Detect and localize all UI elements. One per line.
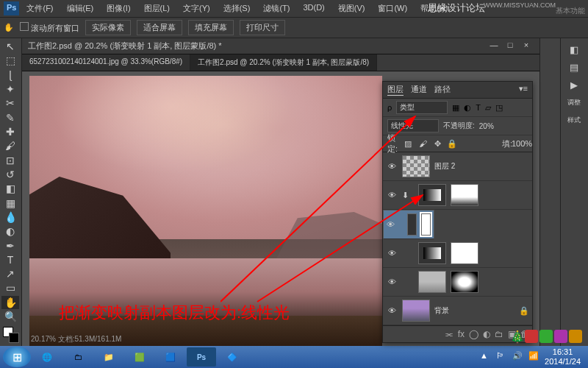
pen-tool-icon[interactable]: ✒ (1, 238, 19, 252)
fx-icon[interactable]: fx (458, 329, 465, 339)
print-size-button[interactable]: 打印尺寸 (240, 20, 285, 35)
visibility-icon[interactable]: 👁 (386, 162, 398, 171)
adjustment-icon[interactable]: ◐ (483, 329, 490, 339)
styles-panel-icon[interactable]: 样式 (562, 112, 586, 128)
doc-minimize-icon[interactable]: — (487, 40, 501, 52)
fill-screen-button[interactable]: 填充屏幕 (188, 20, 234, 35)
visibility-icon[interactable]: 👁 (386, 249, 398, 258)
tray-vol-icon[interactable]: 📶 (528, 351, 540, 363)
eyedropper-tool-icon[interactable]: ✎ (1, 111, 19, 124)
menu-text[interactable]: 文字(Y) (177, 1, 216, 15)
eraser-tool-icon[interactable]: ◧ (1, 182, 19, 195)
menu-layer[interactable]: 图层(L) (138, 1, 176, 15)
filter-adjust-icon[interactable]: ◐ (464, 103, 471, 113)
widget-1[interactable] (525, 330, 538, 343)
color-panel-icon[interactable]: ◧ (562, 41, 586, 57)
lock-transparency-icon[interactable]: ▨ (402, 138, 414, 149)
marquee-tool-icon[interactable]: ⬚ (1, 54, 19, 67)
type-tool-icon[interactable]: T (1, 253, 19, 266)
tray-chevron-icon[interactable]: ▲ (480, 351, 492, 363)
link-icon[interactable]: ⬇ (402, 191, 414, 200)
widget-4[interactable] (569, 330, 582, 343)
brush-tool-icon[interactable]: 🖌 (1, 139, 19, 152)
opacity-value[interactable]: 20% (479, 122, 494, 130)
menu-3d[interactable]: 3D(D) (297, 1, 330, 15)
taskbar-app2-icon[interactable]: 🔷 (218, 347, 247, 367)
zoom-tool-icon[interactable]: 🔍 (1, 310, 19, 323)
doc-maximize-icon[interactable]: □ (503, 40, 517, 52)
swatches-panel-icon[interactable]: ▤ (562, 59, 586, 75)
tab-1[interactable]: 6527231002140124001.jpg @ 33.3%(RGB/8#) (22, 54, 190, 71)
widget-2[interactable] (539, 330, 553, 343)
layer-row[interactable]: 👁 (383, 210, 434, 239)
menu-select[interactable]: 选择(S) (218, 1, 257, 15)
filter-type-icon[interactable]: T (476, 103, 481, 112)
visibility-icon[interactable]: 👁 (386, 191, 398, 199)
blur-tool-icon[interactable]: 💧 (1, 210, 19, 224)
gradient-tool-icon[interactable]: ▦ (1, 196, 19, 209)
channels-tab[interactable]: 通道 (411, 84, 427, 96)
stamp-tool-icon[interactable]: ⊡ (1, 154, 19, 167)
lasso-tool-icon[interactable]: ɭ (1, 68, 19, 82)
wand-tool-icon[interactable]: ✦ (1, 82, 19, 96)
filter-kind-select[interactable]: 类型 (396, 101, 448, 114)
layers-tab[interactable]: 图层 (387, 84, 404, 96)
color-swatches[interactable] (1, 327, 20, 344)
crop-tool-icon[interactable]: ✂ (1, 96, 19, 110)
blend-mode-select[interactable]: 线性光 (387, 119, 439, 132)
layer-row[interactable]: 👁 背景 🔒 (383, 297, 532, 325)
layer-row[interactable]: 👁 (383, 239, 532, 268)
mask-icon[interactable]: ◯ (469, 329, 478, 339)
shape-tool-icon[interactable]: ▭ (1, 281, 19, 294)
heal-tool-icon[interactable]: ✚ (1, 125, 19, 138)
taskbar-word-icon[interactable]: 🟦 (156, 347, 185, 367)
fill-value[interactable]: 100% (516, 138, 528, 149)
menu-window[interactable]: 窗口(W) (372, 1, 413, 15)
menu-filter[interactable]: 滤镜(T) (257, 1, 295, 15)
fit-screen-button[interactable]: 适合屏幕 (137, 20, 182, 35)
start-button[interactable]: ⊞ (3, 347, 31, 367)
doc-close-icon[interactable]: × (519, 40, 534, 52)
layer-row[interactable]: 👁 (383, 268, 532, 297)
history-brush-icon[interactable]: ↺ (1, 168, 19, 181)
layer-row[interactable]: 👁 图层 2 (383, 152, 532, 181)
visibility-icon[interactable]: 👁 (386, 277, 398, 286)
link-layers-icon[interactable]: ⫘ (445, 329, 453, 339)
layer-name[interactable]: 图层 2 (434, 161, 529, 171)
menu-image[interactable]: 图像(I) (101, 1, 136, 15)
visibility-icon[interactable]: 👁 (386, 306, 398, 315)
lock-all-icon[interactable]: 🔒 (446, 138, 458, 149)
workspace-label[interactable]: 基本功能 (556, 6, 585, 16)
actual-pixels-button[interactable]: 实际像素 (85, 20, 131, 35)
taskbar-ps-icon[interactable]: Ps (187, 347, 216, 367)
clock[interactable]: 16:31 2014/1/24 (545, 347, 581, 367)
taskbar-app-icon[interactable]: 🟩 (125, 347, 154, 367)
lock-position-icon[interactable]: ✥ (431, 138, 443, 149)
group-icon[interactable]: 🗀 (495, 329, 503, 339)
history-panel-icon[interactable]: ▶ (562, 77, 586, 93)
visibility-icon[interactable]: 👁 (387, 220, 395, 229)
path-tool-icon[interactable]: ↗ (1, 267, 19, 280)
filter-smart-icon[interactable]: ◳ (495, 103, 503, 113)
paths-tab[interactable]: 路径 (434, 84, 451, 96)
hand-tool-icon[interactable]: ✋ (4, 23, 14, 32)
taskbar-ie-icon[interactable]: 🌐 (32, 347, 62, 367)
filter-pixel-icon[interactable]: ▦ (452, 103, 459, 113)
taskbar-folder-icon[interactable]: 📁 (94, 347, 123, 367)
tray-net-icon[interactable]: 🔊 (512, 351, 524, 363)
menu-edit[interactable]: 编辑(E) (61, 1, 100, 15)
hand-tool-icon[interactable]: ✋ (1, 296, 19, 309)
filter-shape-icon[interactable]: ▱ (485, 103, 491, 113)
adjust-panel-icon[interactable]: 调整 (562, 94, 586, 110)
tray-flag-icon[interactable]: 🏳 (496, 351, 508, 363)
menu-file[interactable]: 文件(F) (21, 1, 59, 15)
panel-menu-icon[interactable]: ▾≡ (519, 84, 528, 96)
layer-row[interactable]: 👁 ⬇ (383, 181, 532, 210)
layer-name[interactable]: 背景 (434, 305, 514, 316)
taskbar-explorer-icon[interactable]: 🗀 (63, 347, 93, 367)
dodge-tool-icon[interactable]: ◐ (1, 224, 19, 238)
widget-3[interactable] (554, 330, 567, 343)
lock-pixels-icon[interactable]: 🖌 (417, 138, 429, 149)
tab-2[interactable]: 工作图2.psd @ 20.2% (渐变映射 1 副本, 图层蒙版/8) (190, 54, 377, 71)
scroll-all-checkbox[interactable] (20, 22, 29, 31)
